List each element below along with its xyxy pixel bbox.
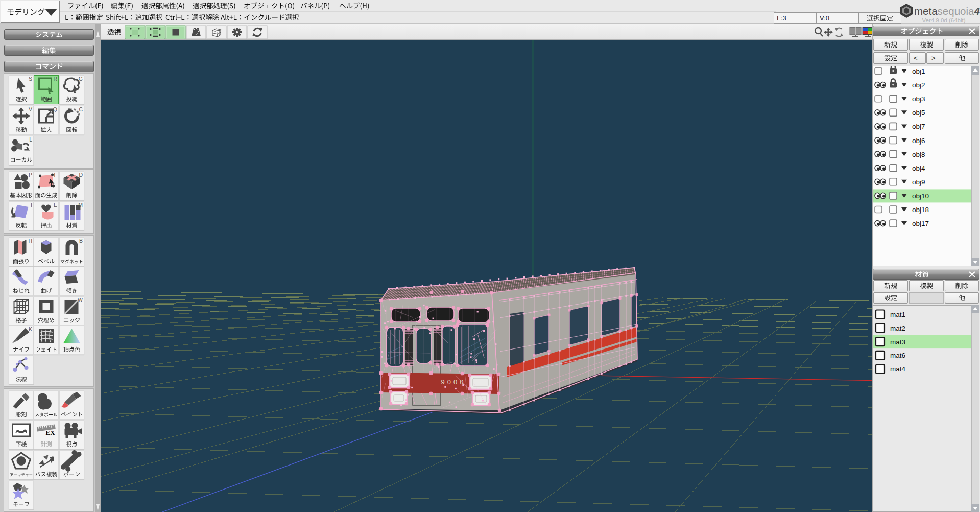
svg-text:F: F: [54, 172, 57, 178]
svg-text:H: H: [28, 238, 32, 244]
svg-text:obj7: obj7: [912, 123, 925, 130]
svg-text:EX: EX: [46, 429, 56, 436]
svg-text:Ver4.9.0d (64bit): Ver4.9.0d (64bit): [922, 17, 965, 24]
svg-text:K: K: [29, 326, 32, 332]
svg-text:mat2: mat2: [890, 324, 905, 332]
svg-text:P: P: [29, 172, 32, 178]
svg-text:mat6: mat6: [890, 352, 905, 359]
svg-text:B: B: [79, 238, 83, 244]
svg-text:mat4: mat4: [890, 365, 906, 373]
svg-text:obj1: obj1: [912, 67, 925, 75]
svg-text:G: G: [79, 76, 83, 82]
svg-text:obj9: obj9: [912, 178, 925, 186]
svg-text:mat3: mat3: [890, 338, 905, 346]
svg-text:R: R: [53, 76, 57, 82]
svg-text:9000: 9000: [441, 378, 466, 386]
svg-text:Q: Q: [53, 106, 57, 112]
svg-text:E: E: [54, 202, 57, 208]
svg-text:obj10: obj10: [912, 192, 929, 200]
svg-text:M: M: [78, 202, 83, 208]
svg-text:S: S: [29, 76, 32, 82]
svg-text:obj8: obj8: [912, 151, 925, 158]
svg-text:V: V: [29, 106, 32, 112]
svg-text:W: W: [78, 297, 83, 303]
svg-text:I: I: [31, 202, 32, 208]
svg-text:obj6: obj6: [912, 137, 925, 145]
svg-text:C: C: [79, 106, 83, 112]
svg-text:obj3: obj3: [912, 95, 925, 103]
svg-text:D: D: [79, 172, 83, 178]
svg-text:obj2: obj2: [912, 81, 925, 89]
svg-text:obj4: obj4: [912, 165, 925, 172]
svg-text:L: L: [29, 136, 32, 143]
svg-text:obj5: obj5: [912, 109, 925, 117]
svg-text:obj17: obj17: [912, 220, 929, 227]
svg-text:metasequoia4: metasequoia4: [914, 5, 980, 17]
svg-text:mat1: mat1: [890, 311, 905, 318]
svg-text:obj18: obj18: [912, 206, 929, 214]
